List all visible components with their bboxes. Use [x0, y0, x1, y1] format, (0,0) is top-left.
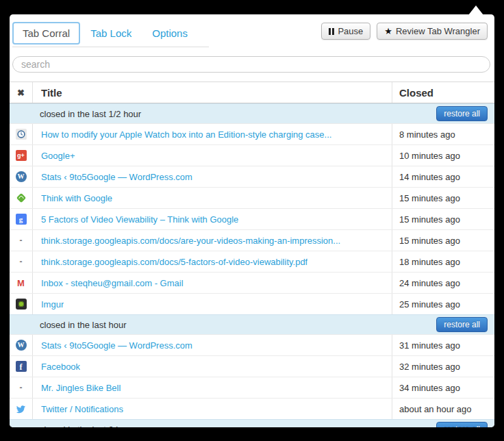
closed-tabs-table: ✖ Title Closed closed in the last 1/2 ho…	[10, 81, 494, 427]
pause-button[interactable]: Pause	[321, 23, 370, 40]
tab-title-cell: Mr. Jingles Bike Bell	[33, 377, 392, 398]
tab-title-link[interactable]: Imgur	[41, 299, 64, 310]
closed-time: 8 minutes ago	[392, 124, 494, 144]
tab-title-cell: Stats ‹ 9to5Google — WordPress.com	[33, 166, 392, 187]
tab-title-link[interactable]: Stats ‹ 9to5Google — WordPress.com	[41, 340, 192, 351]
popup-anchor-arrow	[468, 5, 483, 15]
gmail-favicon: M	[10, 273, 33, 293]
title-column-header: Title	[33, 82, 392, 103]
wordpress-favicon: W	[10, 335, 33, 355]
closed-tab-row: MInbox - steqheu@gmail.com - Gmail24 min…	[10, 272, 494, 293]
group-header-row: closed in the last 1/2 hourrestore all	[10, 103, 494, 123]
tab-title-link[interactable]: Google+	[41, 151, 75, 161]
closed-tab-row: WStats ‹ 9to5Google — WordPress.com14 mi…	[10, 166, 494, 187]
closed-time: 25 minutes ago	[392, 294, 494, 314]
closed-time: 18 minutes ago	[392, 251, 494, 272]
tab-title-link[interactable]: Twitter / Notifications	[41, 404, 123, 414]
tab-title-link[interactable]: 5 Factors of Video Viewability – Think w…	[41, 214, 238, 225]
closed-tab-row: -think.storage.googleapis.com/docs/5-fac…	[10, 251, 494, 272]
closed-tab-row: WStats ‹ 9to5Google — WordPress.com31 mi…	[10, 334, 494, 355]
twitter-favicon	[10, 399, 33, 419]
closed-tab-row: -Mr. Jingles Bike Bell34 minutes ago	[10, 377, 494, 398]
closed-time: 14 minutes ago	[392, 166, 494, 187]
group-header-row: closed in the last hourrestore all	[10, 314, 494, 334]
group-header-row: closed in the last 2 hoursrestore all	[10, 419, 494, 427]
closed-time: 15 minutes ago	[392, 230, 494, 251]
toolbar-actions: Pause ★ Review Tab Wrangler	[321, 22, 488, 40]
tab-title-link[interactable]: think.storage.googleapis.com/docs/5-fact…	[41, 257, 307, 267]
top-bar: Tab Corral Tab Lock Options Pause ★ Revi…	[10, 14, 494, 51]
table-body: closed in the last 1/2 hourrestore allHo…	[10, 103, 494, 427]
restore-all-button[interactable]: restore all	[436, 317, 488, 332]
tab-title-cell: Twitter / Notifications	[33, 399, 392, 419]
tab-title-link[interactable]: How to modify your Apple Watch box into …	[41, 129, 331, 140]
tab-title-link[interactable]: think.storage.googleapis.com/docs/are-yo…	[41, 236, 340, 246]
table-header-row: ✖ Title Closed	[10, 82, 494, 103]
review-tab-wrangler-button[interactable]: ★ Review Tab Wrangler	[377, 23, 488, 40]
group-label: closed in the last hour	[40, 320, 436, 330]
closed-time: 31 minutes ago	[392, 335, 494, 355]
review-button-label: Review Tab Wrangler	[396, 26, 480, 36]
clock-favicon	[10, 124, 33, 144]
closed-tab-row: Imgur25 minutes ago	[10, 293, 494, 314]
imgur-favicon	[10, 294, 33, 314]
tab-title-cell: think.storage.googleapis.com/docs/are-yo…	[33, 230, 392, 251]
pause-button-label: Pause	[338, 26, 363, 36]
tab-options[interactable]: Options	[142, 22, 198, 45]
googleplus-favicon: g+	[10, 145, 33, 166]
close-x-icon: ✖	[17, 88, 25, 98]
tab-tab-lock[interactable]: Tab Lock	[80, 22, 142, 45]
search-input[interactable]	[12, 56, 490, 73]
think-google-favicon	[10, 188, 33, 208]
tab-title-link[interactable]: Think with Google	[41, 193, 112, 203]
tab-title-link[interactable]: Inbox - steqheu@gmail.com - Gmail	[41, 278, 184, 288]
group-label: closed in the last 2 hours	[40, 425, 436, 428]
closed-time: 15 minutes ago	[392, 209, 494, 229]
closed-tab-row: Think with Google15 minutes ago	[10, 187, 494, 208]
tab-title-cell: Google+	[33, 145, 392, 166]
tab-title-cell: How to modify your Apple Watch box into …	[33, 124, 392, 144]
closed-tab-row: -think.storage.googleapis.com/docs/are-y…	[10, 229, 494, 251]
search-area	[10, 51, 494, 73]
close-column-header: ✖	[10, 82, 33, 103]
closed-tab-row: g+Google+10 minutes ago	[10, 144, 494, 166]
tab-title-cell: 5 Factors of Video Viewability – Think w…	[33, 209, 392, 229]
tab-title-cell: Facebook	[33, 356, 392, 377]
closed-tab-row: fFacebook32 minutes ago	[10, 355, 494, 377]
facebook-favicon: f	[10, 356, 33, 377]
closed-time: 34 minutes ago	[392, 377, 494, 398]
closed-tab-row: Twitter / Notificationsabout an hour ago	[10, 398, 494, 419]
google-g-favicon: g	[10, 209, 33, 229]
closed-time: 24 minutes ago	[392, 273, 494, 293]
tab-title-link[interactable]: Facebook	[41, 362, 80, 372]
closed-time: 15 minutes ago	[392, 188, 494, 208]
wordpress-favicon: W	[10, 166, 33, 187]
restore-all-button[interactable]: restore all	[436, 106, 488, 121]
star-icon: ★	[384, 27, 392, 36]
closed-time: about an hour ago	[392, 399, 494, 419]
tab-tab-corral[interactable]: Tab Corral	[12, 22, 80, 45]
pause-icon	[329, 28, 334, 35]
closed-column-header: Closed	[392, 82, 494, 103]
tab-title-link[interactable]: Stats ‹ 9to5Google — WordPress.com	[41, 172, 192, 182]
tab-title-cell: Inbox - steqheu@gmail.com - Gmail	[33, 273, 392, 293]
tab-title-cell: Imgur	[33, 294, 392, 314]
group-label: closed in the last 1/2 hour	[40, 109, 436, 119]
tab-nav: Tab Corral Tab Lock Options	[12, 22, 209, 47]
tab-wrangler-popup: Tab Corral Tab Lock Options Pause ★ Revi…	[10, 14, 494, 427]
no-favicon-dash: -	[10, 377, 33, 398]
tab-title-link[interactable]: Mr. Jingles Bike Bell	[41, 383, 121, 393]
closed-tab-row: How to modify your Apple Watch box into …	[10, 123, 494, 144]
closed-time: 10 minutes ago	[392, 145, 494, 166]
closed-time: 32 minutes ago	[392, 356, 494, 377]
restore-all-button[interactable]: restore all	[436, 422, 488, 427]
closed-tab-row: g5 Factors of Video Viewability – Think …	[10, 208, 494, 229]
no-favicon-dash: -	[10, 251, 33, 272]
tab-title-cell: Think with Google	[33, 188, 392, 208]
no-favicon-dash: -	[10, 230, 33, 251]
tab-title-cell: think.storage.googleapis.com/docs/5-fact…	[33, 251, 392, 272]
tab-title-cell: Stats ‹ 9to5Google — WordPress.com	[33, 335, 392, 355]
